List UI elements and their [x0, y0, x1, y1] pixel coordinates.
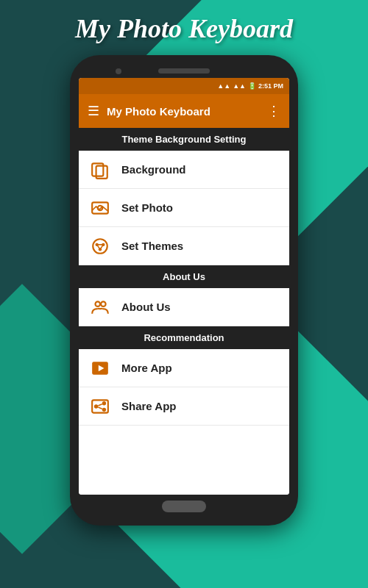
section-header-theme: Theme Background Setting: [79, 128, 289, 151]
signal-icon: ▲▲: [217, 82, 230, 90]
section-header-about: About Us: [79, 265, 289, 288]
svg-point-11: [96, 301, 101, 306]
phone-frame: ▲▲ ▲▲ 🔋 2:51 PM ☰ My Photo Keyboard ⋮ Th…: [70, 55, 298, 526]
svg-line-19: [98, 404, 102, 405]
menu-item-more-app[interactable]: More App: [79, 349, 289, 387]
status-bar: ▲▲ ▲▲ 🔋 2:51 PM: [79, 78, 289, 94]
menu-item-background[interactable]: Background: [79, 151, 289, 189]
phone-top: [79, 68, 289, 74]
background-icon: [89, 159, 111, 181]
about-us-label: About Us: [121, 301, 171, 313]
phone-camera: [116, 68, 121, 74]
phone-screen: ▲▲ ▲▲ 🔋 2:51 PM ☰ My Photo Keyboard ⋮ Th…: [79, 78, 289, 495]
time-display: 2:51 PM: [258, 82, 283, 90]
status-icons: ▲▲ ▲▲ 🔋 2:51 PM: [217, 82, 283, 90]
svg-point-12: [101, 301, 106, 306]
svg-line-9: [97, 244, 100, 249]
wifi-icon: ▲▲: [233, 82, 246, 90]
svg-point-17: [102, 407, 106, 411]
more-options-icon[interactable]: ⋮: [267, 103, 280, 119]
set-themes-icon: [89, 235, 111, 257]
phone-home-button[interactable]: [162, 501, 206, 512]
svg-line-20: [98, 407, 102, 409]
svg-point-16: [102, 401, 106, 404]
share-app-icon: [89, 395, 111, 417]
svg-point-4: [93, 239, 107, 254]
svg-line-10: [100, 244, 103, 249]
hamburger-menu-icon[interactable]: ☰: [88, 103, 99, 119]
set-photo-label: Set Photo: [121, 201, 173, 214]
phone-speaker: [158, 68, 210, 74]
menu-item-set-photo[interactable]: Set Photo: [79, 189, 289, 227]
more-app-label: More App: [121, 362, 172, 374]
set-themes-label: Set Themes: [121, 240, 183, 252]
more-app-icon: [89, 357, 111, 379]
section-header-recommendation: Recommendation: [79, 326, 289, 349]
menu-item-share-app[interactable]: Share App: [79, 387, 289, 426]
menu-item-set-themes[interactable]: Set Themes: [79, 227, 289, 265]
set-photo-icon: [89, 197, 111, 219]
page-title: My Photo Keyboard: [0, 13, 368, 44]
share-app-label: Share App: [121, 400, 176, 412]
battery-icon: 🔋: [248, 82, 256, 90]
about-us-icon: [89, 296, 111, 318]
menu-item-about-us[interactable]: About Us: [79, 288, 289, 326]
menu-content: Theme Background Setting Background: [79, 128, 289, 495]
svg-point-18: [94, 404, 98, 408]
background-label: Background: [121, 163, 186, 176]
app-toolbar: ☰ My Photo Keyboard ⋮: [79, 94, 289, 128]
toolbar-title: My Photo Keyboard: [107, 105, 260, 118]
